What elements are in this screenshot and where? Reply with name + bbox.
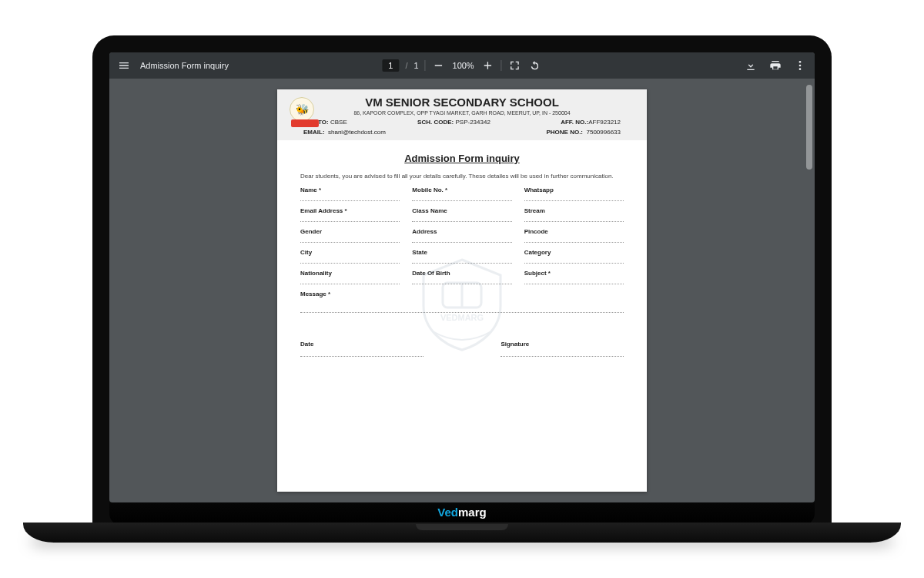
scrollbar-thumb[interactable] <box>806 85 812 170</box>
date-box: Date <box>300 341 424 357</box>
screen: Admission Form inquiry 1 / 1 100% <box>109 52 815 502</box>
svg-point-1 <box>799 65 802 67</box>
rotate-icon[interactable] <box>528 59 542 72</box>
field-pincode: Pincode <box>524 228 624 243</box>
zoom-out-icon[interactable] <box>432 59 446 72</box>
field-city: City <box>300 249 400 264</box>
form-area: VEDMARG Admission Form inquiry Dear stud… <box>277 140 647 492</box>
school-address: 86, KAPOOR COMPLEX, OPP TYAGI MARKET, GA… <box>300 110 624 116</box>
pdf-page: 🐝 VM SENIOR SECONDARY SCHOOL 86, KAPOOR … <box>277 89 647 492</box>
signature-row: Date Signature <box>300 341 624 357</box>
document-title: Admission Form inquiry <box>140 61 229 70</box>
sch-code: SCH. CODE: PSP-234342 <box>417 119 490 126</box>
email: EMAIL: shani@techdost.com <box>303 129 386 136</box>
laptop-mockup: Admission Form inquiry 1 / 1 100% <box>92 35 832 526</box>
download-icon[interactable] <box>744 59 758 72</box>
field-name: Name * <box>300 187 400 201</box>
field-email: Email Address * <box>300 207 400 222</box>
menu-icon[interactable] <box>117 59 131 72</box>
school-logo: 🐝 <box>290 97 320 128</box>
field-stream: Stream <box>524 207 624 222</box>
field-state: State <box>412 249 511 264</box>
svg-point-2 <box>799 68 802 70</box>
pdf-viewer-body: 🐝 VM SENIOR SECONDARY SCHOOL 86, KAPOOR … <box>109 79 815 502</box>
signature-box: Signature <box>500 341 624 357</box>
toolbar-divider <box>501 60 502 71</box>
zoom-in-icon[interactable] <box>481 59 495 72</box>
document-header: 🐝 VM SENIOR SECONDARY SCHOOL 86, KAPOOR … <box>277 89 647 140</box>
form-fields-grid: Name * Mobile No. * Whatsapp Email Addre… <box>300 187 624 318</box>
field-whatsapp: Whatsapp <box>524 187 624 201</box>
fit-page-icon[interactable] <box>508 59 522 72</box>
field-class: Class Name <box>412 207 511 222</box>
page-total: 1 <box>413 61 418 70</box>
svg-point-0 <box>799 61 802 63</box>
form-intro: Dear students, you are advised to fill a… <box>300 172 624 180</box>
field-dob: Date Of Birth <box>412 270 511 284</box>
page-separator: / <box>405 61 407 70</box>
field-message: Message * <box>300 291 624 313</box>
field-category: Category <box>524 249 624 264</box>
page-current-input[interactable]: 1 <box>383 61 397 70</box>
field-gender: Gender <box>300 228 400 243</box>
scrollbar[interactable] <box>805 79 813 502</box>
phone: PHONE NO.: 7500996633 <box>546 129 621 136</box>
print-icon[interactable] <box>768 59 782 72</box>
screen-bezel: Admission Form inquiry 1 / 1 100% <box>92 35 832 526</box>
laptop-base <box>23 523 901 543</box>
school-name: VM SENIOR SECONDARY SCHOOL <box>300 96 624 109</box>
zoom-value: 100% <box>452 61 475 70</box>
page-counter: 1 <box>382 59 399 72</box>
field-subject: Subject * <box>524 270 624 284</box>
brand-logo: Vedmarg <box>437 506 486 519</box>
toolbar-divider <box>425 60 426 71</box>
form-title: Admission Form inquiry <box>300 153 624 164</box>
field-nationality: Nationality <box>300 270 400 284</box>
trackpad-notch <box>416 524 508 530</box>
more-icon[interactable] <box>793 59 807 72</box>
field-mobile: Mobile No. * <box>412 187 511 201</box>
aff-no: AFF. NO.:AFF923212 <box>561 119 621 126</box>
pdf-viewer-toolbar: Admission Form inquiry 1 / 1 100% <box>109 52 815 79</box>
field-address: Address <box>412 228 511 243</box>
